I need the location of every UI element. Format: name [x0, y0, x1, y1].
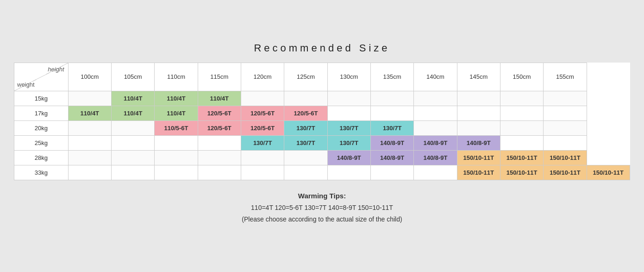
size-cell	[198, 135, 241, 150]
column-header: 150cm	[500, 63, 543, 91]
size-cell: 150/10-11T	[544, 165, 587, 180]
table-row: 15kg110/4T110/4T110/4T	[14, 91, 630, 106]
size-cell: 140/8-9T	[414, 150, 457, 165]
column-header: 115cm	[198, 63, 241, 91]
size-cell: 130/7T	[241, 135, 284, 150]
size-cell: 130/7T	[284, 120, 327, 135]
weight-label: 25kg	[14, 135, 69, 150]
size-cell	[155, 150, 198, 165]
size-cell: 120/5-6T	[198, 106, 241, 120]
size-cell	[241, 91, 284, 106]
size-cell	[198, 165, 241, 180]
weight-label: weight	[17, 81, 35, 88]
size-cell	[155, 165, 198, 180]
size-cell: 110/4T	[111, 91, 154, 106]
page-title: Recommended Size	[14, 42, 630, 54]
size-cell	[414, 165, 457, 180]
size-cell	[284, 150, 327, 165]
column-header: 135cm	[370, 63, 413, 91]
size-cell: 130/7T	[284, 135, 327, 150]
size-cell: 140/8-9T	[370, 135, 413, 150]
column-header: 155cm	[544, 63, 587, 91]
table-row: 33kg150/10-11T150/10-11T150/10-11T150/10…	[14, 165, 630, 180]
size-cell	[457, 120, 500, 135]
table-row: 28kg140/8-9T140/8-9T140/8-9T150/10-11T15…	[14, 150, 630, 165]
size-cell: 120/5-6T	[284, 106, 327, 120]
size-cell: 150/10-11T	[500, 150, 543, 165]
footer: Warming Tips: 110=4T 120=5-6T 130=7T 140…	[14, 190, 630, 225]
size-cell: 140/8-9T	[457, 135, 500, 150]
column-header: 120cm	[241, 63, 284, 91]
size-cell: 120/5-6T	[241, 106, 284, 120]
size-cell	[414, 91, 457, 106]
size-cell: 120/5-6T	[241, 120, 284, 135]
size-cell: 120/5-6T	[198, 120, 241, 135]
size-cell: 140/8-9T	[327, 150, 370, 165]
size-cell: 150/10-11T	[587, 165, 630, 180]
size-table: height weight 100cm105cm110cm115cm120cm1…	[14, 63, 630, 180]
size-cell	[414, 106, 457, 120]
size-cell	[284, 91, 327, 106]
size-cell	[198, 150, 241, 165]
column-header: 140cm	[414, 63, 457, 91]
size-cell: 140/8-9T	[370, 150, 413, 165]
size-cell: 110/4T	[155, 106, 198, 120]
weight-label: 28kg	[14, 150, 69, 165]
table-row: 25kg130/7T130/7T130/7T140/8-9T140/8-9T14…	[14, 135, 630, 150]
size-cell	[68, 91, 111, 106]
size-cell: 150/10-11T	[457, 150, 500, 165]
size-cell	[111, 135, 154, 150]
size-cell	[241, 165, 284, 180]
size-cell	[68, 165, 111, 180]
column-header: 100cm	[68, 63, 111, 91]
size-cell: 110/5-6T	[155, 120, 198, 135]
size-cell	[327, 106, 370, 120]
corner-cell: height weight	[14, 63, 69, 91]
column-header: 105cm	[111, 63, 154, 91]
size-cell: 110/4T	[111, 106, 154, 120]
size-cell: 110/4T	[155, 91, 198, 106]
column-header: 130cm	[327, 63, 370, 91]
size-cell	[544, 120, 587, 135]
height-label: height	[48, 66, 64, 73]
column-header: 110cm	[155, 63, 198, 91]
size-cell	[500, 135, 543, 150]
size-cell: 130/7T	[370, 120, 413, 135]
size-cell: 110/4T	[198, 91, 241, 106]
size-cell	[327, 165, 370, 180]
size-cell	[68, 120, 111, 135]
column-header: 145cm	[457, 63, 500, 91]
size-cell: 140/8-9T	[414, 135, 457, 150]
size-cell: 130/7T	[327, 135, 370, 150]
size-cell	[155, 135, 198, 150]
tips-title: Warming Tips:	[14, 190, 630, 202]
size-cell: 150/10-11T	[457, 165, 500, 180]
size-cell: 130/7T	[327, 120, 370, 135]
size-cell	[370, 106, 413, 120]
tips-line2: (Please choose according to the actual s…	[14, 214, 630, 225]
size-cell	[327, 91, 370, 106]
size-cell	[111, 120, 154, 135]
size-cell: 110/4T	[68, 106, 111, 120]
size-cell	[500, 91, 543, 106]
size-cell	[284, 165, 327, 180]
size-cell	[414, 120, 457, 135]
size-cell	[370, 165, 413, 180]
weight-label: 17kg	[14, 106, 69, 120]
size-cell: 150/10-11T	[500, 165, 543, 180]
size-cell	[544, 91, 587, 106]
size-cell	[500, 120, 543, 135]
table-row: 20kg110/5-6T120/5-6T120/5-6T130/7T130/7T…	[14, 120, 630, 135]
weight-label: 20kg	[14, 120, 69, 135]
size-cell	[500, 106, 543, 120]
weight-label: 15kg	[14, 91, 69, 106]
size-cell	[544, 135, 587, 150]
size-cell	[111, 150, 154, 165]
weight-label: 33kg	[14, 165, 69, 180]
size-cell	[68, 150, 111, 165]
size-cell: 150/10-11T	[544, 150, 587, 165]
size-cell	[370, 91, 413, 106]
size-cell	[544, 106, 587, 120]
size-cell	[111, 165, 154, 180]
size-cell	[241, 150, 284, 165]
